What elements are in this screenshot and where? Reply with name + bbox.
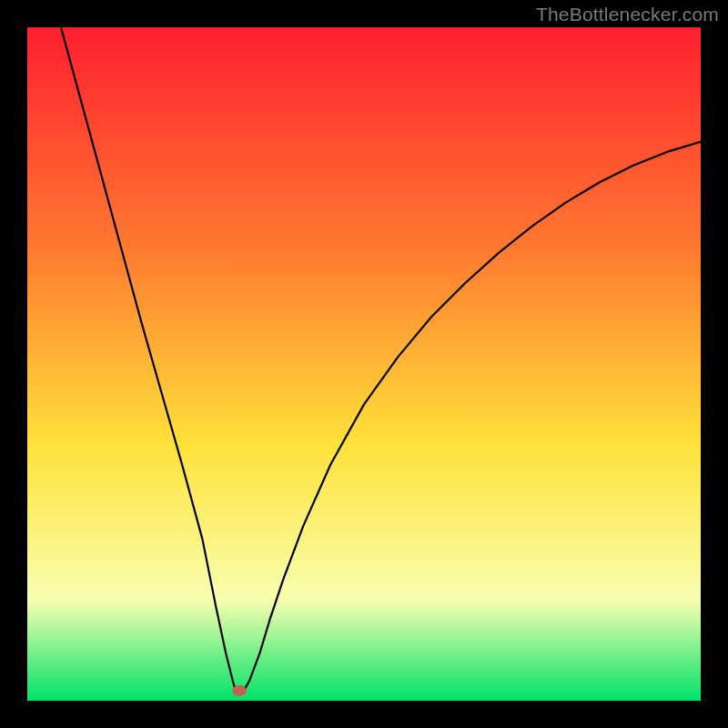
watermark-text: TheBottlenecker.com [536, 4, 719, 25]
outer-frame: TheBottlenecker.com [0, 0, 728, 728]
bottleneck-chart [27, 27, 701, 701]
gradient-background [27, 27, 701, 701]
optimum-marker [232, 685, 247, 696]
